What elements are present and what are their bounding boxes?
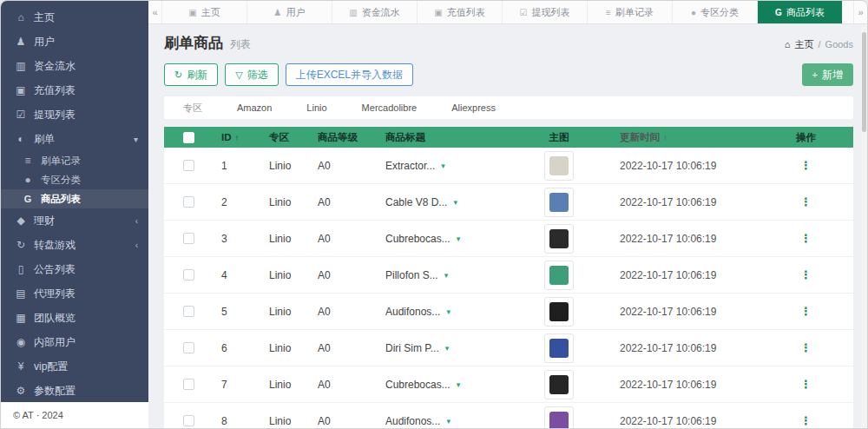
product-image xyxy=(549,375,569,394)
tab-withdraw-list[interactable]: ☑提现列表 xyxy=(503,1,588,23)
sidebar-item-finance[interactable]: ◆理财‹ xyxy=(1,208,148,233)
select-all-checkbox[interactable] xyxy=(183,132,194,143)
row-checkbox[interactable] xyxy=(183,415,194,426)
product-thumbnail[interactable] xyxy=(544,188,574,217)
sidebar-item-goods-list[interactable]: G商品列表 xyxy=(1,189,148,208)
row-actions-icon[interactable]: ⋮ xyxy=(800,232,812,245)
refresh-button-label: 刷新 xyxy=(187,68,207,82)
brush-order-icon: ◐ xyxy=(13,133,29,145)
params-config-label: 参数配置 xyxy=(34,384,76,399)
title-dropdown-icon[interactable]: ▾ xyxy=(446,417,450,426)
product-thumbnail[interactable] xyxy=(544,261,574,290)
agent-list-icon: ▤ xyxy=(13,287,29,300)
sidebar-item-params-config[interactable]: ⚙参数配置 xyxy=(1,379,148,403)
product-thumbnail[interactable] xyxy=(544,333,574,363)
zone-filter-bar: 专区 AmazonLinioMercadolibreAliexpress xyxy=(164,96,853,119)
sort-icon[interactable]: ↑ xyxy=(663,133,667,142)
title-dropdown-icon[interactable]: ▾ xyxy=(453,198,457,207)
product-thumbnail[interactable] xyxy=(544,151,574,181)
admin-app-window: ⌂主页♟用户▥资金流水▣充值列表☑提现列表◐刷单▾≡刷单记录●专区分类G商品列表… xyxy=(0,0,868,429)
table-row: 2LinioA0Cable V8 D...▾2022-10-17 10:06:1… xyxy=(164,184,853,221)
sidebar-item-home[interactable]: ⌂主页 xyxy=(1,5,148,30)
product-thumbnail[interactable] xyxy=(544,297,574,327)
sidebar-item-agent-list[interactable]: ▤代理列表 xyxy=(1,281,148,306)
tabs-scroll-right-icon[interactable]: » xyxy=(853,1,867,23)
agent-list-label: 代理列表 xyxy=(34,287,76,301)
row-actions-icon[interactable]: ⋮ xyxy=(800,378,812,391)
cell-update-time: 2022-10-17 10:06:19 xyxy=(611,415,759,427)
title-dropdown-icon[interactable]: ▾ xyxy=(457,234,461,243)
refresh-button[interactable]: ↻ 刷新 xyxy=(164,63,218,86)
row-actions-icon[interactable]: ⋮ xyxy=(800,305,812,318)
row-actions-icon[interactable]: ⋮ xyxy=(800,159,812,172)
row-actions-icon[interactable]: ⋮ xyxy=(800,414,812,427)
sidebar-item-wheel-game[interactable]: ↻转盘游戏‹ xyxy=(1,233,148,257)
cell-id: 7 xyxy=(213,379,260,391)
cell-id: 5 xyxy=(213,306,260,318)
sidebar-nav: ⌂主页♟用户▥资金流水▣充值列表☑提现列表◐刷单▾≡刷单记录●专区分类G商品列表… xyxy=(1,1,148,403)
zone-option-aliexpress[interactable]: Aliexpress xyxy=(451,102,496,113)
zone-option-mercadolibre[interactable]: Mercadolibre xyxy=(362,102,418,113)
column-header-act: 操作 xyxy=(759,131,853,144)
row-checkbox[interactable] xyxy=(183,269,194,280)
add-button[interactable]: + 新增 xyxy=(802,63,853,86)
sidebar-item-withdraw-list[interactable]: ☑提现列表 xyxy=(1,102,148,127)
team-overview-label: 团队概览 xyxy=(34,311,76,326)
sidebar-item-zone-category[interactable]: ●专区分类 xyxy=(1,170,148,189)
tab-recharge-list[interactable]: ▣充值列表 xyxy=(418,1,503,23)
tab-list: ▣主页♟用户▥资金流水▣充值列表☑提现列表≡刷单记录●专区分类G商品列表 xyxy=(162,1,843,23)
tab-home[interactable]: ▣主页 xyxy=(162,1,247,23)
row-checkbox[interactable] xyxy=(183,160,194,171)
breadcrumb-current: Goods xyxy=(825,39,853,50)
row-actions-icon[interactable]: ⋮ xyxy=(800,268,812,281)
tab-brush-records[interactable]: ≡刷单记录 xyxy=(588,1,673,23)
row-checkbox[interactable] xyxy=(183,342,194,353)
tab-funds-flow[interactable]: ▥资金流水 xyxy=(332,1,418,23)
title-dropdown-icon[interactable]: ▾ xyxy=(446,307,450,316)
sidebar-item-internal-users[interactable]: ◉内部用户 xyxy=(1,330,148,354)
title-dropdown-icon[interactable]: ▾ xyxy=(444,271,449,280)
sidebar-item-vip-config[interactable]: ¥vip配置 xyxy=(1,354,148,379)
tab-goods-list[interactable]: G商品列表 xyxy=(758,1,843,23)
sidebar-item-recharge-list[interactable]: ▣充值列表 xyxy=(1,78,148,102)
sort-icon[interactable]: ↑ xyxy=(235,133,240,142)
tab-users[interactable]: ♟用户 xyxy=(247,1,332,23)
title-dropdown-icon[interactable]: ▾ xyxy=(457,380,461,389)
column-header-time: 更新时间↑ xyxy=(611,131,759,144)
scrollbar-thumb[interactable] xyxy=(862,32,866,132)
title-dropdown-icon[interactable]: ▾ xyxy=(441,162,445,170)
title-dropdown-icon[interactable]: ▾ xyxy=(445,344,450,353)
row-checkbox[interactable] xyxy=(183,196,194,208)
cell-zone: Linio xyxy=(260,306,309,318)
filter-button[interactable]: ▽ 筛选 xyxy=(225,63,278,86)
tabs-scroll-left-icon[interactable]: « xyxy=(148,1,162,23)
tab-zone-category[interactable]: ●专区分类 xyxy=(673,1,758,23)
upload-excel-button[interactable]: 上传EXCEL并导入数据 xyxy=(286,63,413,86)
goods-table: ID↑专区商品等级商品标题主图更新时间↑操作 1LinioA0Extractor… xyxy=(164,127,853,428)
sidebar-item-funds-flow[interactable]: ▥资金流水 xyxy=(1,54,148,78)
row-checkbox[interactable] xyxy=(183,306,194,317)
row-actions-icon[interactable]: ⋮ xyxy=(800,195,812,208)
row-actions-icon[interactable]: ⋮ xyxy=(800,341,812,354)
zone-option-amazon[interactable]: Amazon xyxy=(237,102,272,113)
sidebar-item-users[interactable]: ♟用户 xyxy=(1,30,148,54)
product-thumbnail[interactable] xyxy=(544,370,574,399)
cell-title: Cable V8 D...▾ xyxy=(377,196,507,208)
row-checkbox[interactable] xyxy=(183,233,194,244)
chevron-icon: ‹ xyxy=(135,241,138,250)
zone-option-linio[interactable]: Linio xyxy=(306,102,326,113)
column-header-title: 商品标题 xyxy=(377,131,507,144)
sidebar-item-brush-order[interactable]: ◐刷单▾ xyxy=(1,127,148,151)
breadcrumb-home-link[interactable]: 主页 xyxy=(795,38,814,51)
withdraw-list-label: 提现列表 xyxy=(34,108,76,122)
brush-records-label: 刷单记录 xyxy=(41,155,81,168)
cell-zone: Linio xyxy=(260,196,309,208)
product-title: Audifonos... xyxy=(385,306,440,318)
product-thumbnail[interactable] xyxy=(544,224,574,254)
product-title: Cubrebocas... xyxy=(385,379,450,391)
sidebar-item-team-overview[interactable]: ▦团队概览 xyxy=(1,306,148,330)
sidebar-item-brush-records[interactable]: ≡刷单记录 xyxy=(1,151,148,170)
row-checkbox[interactable] xyxy=(183,379,194,390)
sidebar-item-announcement-list[interactable]: ▯公告列表 xyxy=(1,257,148,281)
product-thumbnail[interactable] xyxy=(544,406,574,429)
